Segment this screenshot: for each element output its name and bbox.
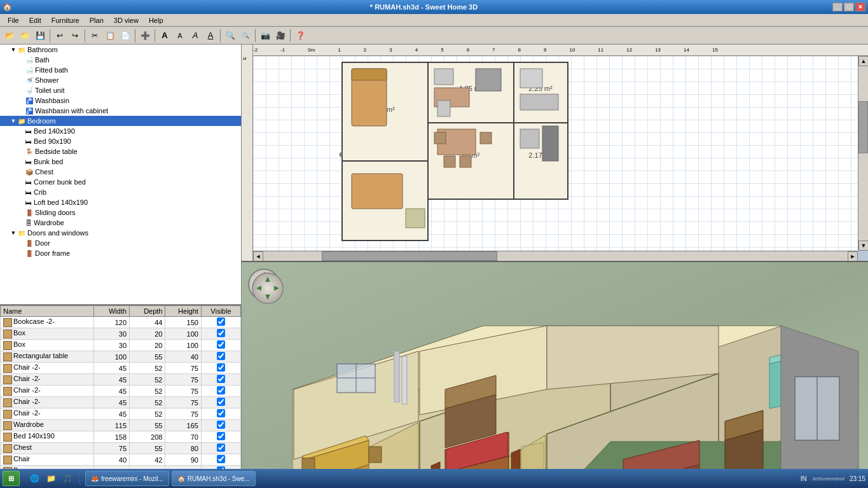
visible-checkbox[interactable] (217, 329, 225, 337)
visible-checkbox[interactable] (217, 455, 225, 463)
cell-visible[interactable] (201, 397, 240, 408)
tb-open[interactable]: 📁 (18, 29, 32, 43)
visible-checkbox[interactable] (217, 317, 225, 326)
col-visible[interactable]: Visible (201, 306, 240, 317)
view-3d[interactable]: ✛ ▲ ▼ (242, 261, 868, 488)
tree-door-frame[interactable]: 🚪 Door frame (0, 248, 241, 258)
tb-zoom-in[interactable]: 🔍 (223, 29, 237, 43)
scroll-down-btn[interactable]: ▼ (858, 241, 868, 251)
table-row[interactable]: Chair404290 (1, 454, 241, 466)
furniture-tree[interactable]: ▼ 📁 Bathroom 🛁 Bath 🛁 Fitted bath 🚿 Show… (0, 45, 241, 305)
taskbar-sweethome[interactable]: 🏠 RUMAH.sh3d - Swe... (172, 471, 256, 486)
tree-crib[interactable]: 🛏 Crib (0, 187, 241, 197)
start-button[interactable]: ⊞ (3, 471, 20, 486)
table-row[interactable]: Chest755580 (1, 443, 241, 454)
tb-photo[interactable]: 📷 (258, 29, 272, 43)
visible-checkbox[interactable] (217, 398, 225, 406)
tree-fitted-bath[interactable]: 🛁 Fitted bath (0, 65, 241, 75)
scroll-right-btn[interactable]: ► (848, 251, 858, 261)
tb-help[interactable]: ❓ (293, 29, 307, 43)
tree-bedroom[interactable]: ▼ 📁 Bedroom (0, 116, 241, 126)
tb-text1[interactable]: A (158, 29, 172, 43)
visible-checkbox[interactable] (217, 363, 225, 372)
tree-shower[interactable]: 🚿 Shower (0, 75, 241, 85)
table-row[interactable]: Rectangular table1005540 (1, 351, 241, 363)
tb-video[interactable]: 🎥 (273, 29, 287, 43)
cell-visible[interactable] (201, 340, 240, 351)
visible-checkbox[interactable] (217, 409, 225, 417)
tree-corner-bunk[interactable]: 🛏 Corner bunk bed (0, 177, 241, 187)
expand-bathroom[interactable]: ▼ (10, 46, 17, 53)
cell-visible[interactable] (201, 317, 240, 328)
col-name[interactable]: Name (1, 306, 94, 317)
scroll-thumb-v[interactable] (858, 101, 868, 153)
navigation-control[interactable] (251, 272, 284, 305)
cell-visible[interactable] (201, 328, 240, 340)
taskbar-explorer[interactable]: 📁 (44, 471, 58, 485)
tree-wardrobe[interactable]: 🗄 Wardrobe (0, 218, 241, 228)
plan-view[interactable]: -2 -1 0m 1 2 3 4 5 6 7 8 9 10 11 12 13 1 (242, 45, 868, 261)
visible-checkbox[interactable] (217, 375, 225, 383)
maximize-button[interactable]: □ (844, 3, 854, 11)
tree-bed-140[interactable]: 🛏 Bed 140x190 (0, 126, 241, 136)
table-row[interactable]: Chair -2-455275 (1, 374, 241, 386)
visible-checkbox[interactable] (217, 340, 225, 349)
col-width[interactable]: Width (93, 306, 129, 317)
menu-help[interactable]: Help (144, 15, 169, 25)
menu-file[interactable]: File (3, 15, 24, 25)
tree-toilet[interactable]: 🚽 Toilet unit (0, 85, 241, 95)
plan-hscroll[interactable]: ◄ ► (253, 251, 858, 261)
tb-text4[interactable]: A (203, 29, 217, 43)
col-height[interactable]: Height (165, 306, 201, 317)
cell-visible[interactable] (201, 374, 240, 386)
scroll-thumb-h[interactable] (322, 251, 497, 261)
tb-new[interactable]: 📂 (3, 29, 17, 43)
table-row[interactable]: Chair -2-455275 (1, 397, 241, 408)
tree-washbasin[interactable]: 🚰 Washbasin (0, 95, 241, 106)
tb-zoom-out[interactable]: 🔍 (238, 29, 252, 43)
visible-checkbox[interactable] (217, 352, 225, 360)
taskbar-media[interactable]: 🎵 (60, 471, 74, 485)
tb-undo[interactable]: ↩ (53, 29, 67, 43)
tb-paste[interactable]: 📄 (118, 29, 132, 43)
tree-sliding-doors[interactable]: 🚪 Sliding doors (0, 207, 241, 218)
cell-visible[interactable] (201, 431, 240, 443)
tree-washbasin-cabinet[interactable]: 🚰 Washbasin with cabinet (0, 106, 241, 116)
table-row[interactable]: Bed 140x19015820870 (1, 431, 241, 443)
tree-loft-bed[interactable]: 🛏 Loft bed 140x190 (0, 197, 241, 207)
cell-visible[interactable] (201, 420, 240, 431)
cell-visible[interactable] (201, 408, 240, 420)
cell-visible[interactable] (201, 454, 240, 466)
visible-checkbox[interactable] (217, 432, 225, 440)
visible-checkbox[interactable] (217, 421, 225, 429)
menu-plan[interactable]: Plan (85, 15, 109, 25)
tb-copy[interactable]: 📋 (103, 29, 117, 43)
cell-visible[interactable] (201, 351, 240, 363)
table-row[interactable]: Chair -2-455275 (1, 363, 241, 374)
visible-checkbox[interactable] (217, 443, 225, 452)
tb-cut[interactable]: ✂ (88, 29, 102, 43)
tb-text3[interactable]: A (188, 29, 202, 43)
table-row[interactable]: Chair -2-455275 (1, 386, 241, 397)
table-row[interactable]: Box3020100 (1, 328, 241, 340)
tree-chest[interactable]: 📦 Chest (0, 167, 241, 177)
scroll-up-btn[interactable]: ▲ (858, 56, 868, 66)
cell-visible[interactable] (201, 443, 240, 454)
table-row[interactable]: Wardrobe11555165 (1, 420, 241, 431)
taskbar-firefox[interactable]: 🦊 freewaremini - Mozil... (85, 471, 169, 486)
tb-add-furniture[interactable]: ➕ (138, 29, 152, 43)
taskbar-ie[interactable]: 🌐 (27, 471, 41, 485)
cell-visible[interactable] (201, 363, 240, 374)
tb-save[interactable]: 💾 (33, 29, 47, 43)
menu-edit[interactable]: Edit (24, 15, 46, 25)
tree-bedside-table[interactable]: 🪑 Bedside table (0, 146, 241, 157)
tree-doors-windows[interactable]: ▼ 📁 Doors and windows (0, 228, 241, 238)
menu-furniture[interactable]: Furniture (46, 15, 85, 25)
table-row[interactable]: Chair -2-455275 (1, 408, 241, 420)
close-button[interactable]: ✕ (855, 3, 865, 11)
tree-door[interactable]: 🚪 Door (0, 238, 241, 248)
scroll-left-btn[interactable]: ◄ (253, 251, 263, 261)
minimize-button[interactable]: _ (832, 3, 843, 11)
menu-3dview[interactable]: 3D view (109, 15, 144, 25)
table-row[interactable]: Bookcase -2-12044150 (1, 317, 241, 328)
